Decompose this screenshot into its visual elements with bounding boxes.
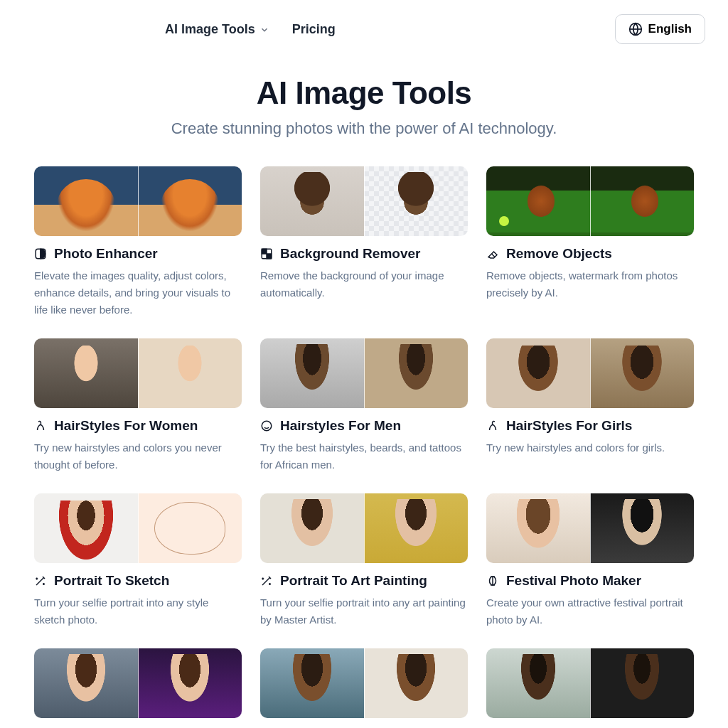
- hair-icon: [34, 419, 47, 432]
- card-thumbnail: [34, 338, 242, 408]
- card-thumbnail: [486, 166, 694, 236]
- card-title: Hairstyles For Men: [280, 418, 401, 434]
- nav-pricing-label: Pricing: [292, 22, 336, 37]
- card-title: HairStyles For Girls: [506, 418, 632, 434]
- language-label: English: [648, 22, 692, 36]
- card-desc: Elevate the images quality, adjust color…: [34, 267, 242, 318]
- page-title: AI Image Tools: [0, 75, 728, 111]
- wand-icon: [260, 574, 273, 587]
- card-background-remover[interactable]: Background Remover Remove the background…: [260, 166, 468, 318]
- card-desc: Try new hairstyles and colors for girls.: [486, 439, 694, 456]
- card-thumbnail: [486, 493, 694, 563]
- chevron-down-icon: [259, 25, 269, 35]
- card-hairstyles-men[interactable]: Hairstyles For Men Try the best hairstyl…: [260, 338, 468, 473]
- page-subtitle: Create stunning photos with the power of…: [0, 119, 728, 138]
- card-thumbnail: [34, 166, 242, 236]
- card-desc: Turn your selfie portrait into any art p…: [260, 594, 468, 628]
- card-thumbnail: [260, 338, 468, 408]
- card-title: Remove Objects: [506, 246, 612, 262]
- svg-point-6: [262, 421, 272, 431]
- card-thumbnail: [260, 166, 468, 236]
- card-thumbnail: [486, 648, 694, 718]
- card-desc: Try the best hairstyles, beards, and tat…: [260, 439, 468, 473]
- card-desc: Try new hairstyles and colors you never …: [34, 439, 242, 473]
- card-title: Festival Photo Maker: [506, 573, 641, 589]
- globe-icon: [628, 22, 643, 36]
- eraser-icon: [486, 247, 499, 260]
- card-title: Photo Enhancer: [54, 246, 158, 262]
- card-desc: Create your own attractive festival port…: [486, 594, 694, 628]
- card-photo-enhancer[interactable]: Photo Enhancer Elevate the images qualit…: [34, 166, 242, 318]
- card-portrait-to-sketch[interactable]: Portrait To Sketch Turn your selfie port…: [34, 493, 242, 628]
- contrast-icon: [34, 247, 47, 260]
- nav-ai-image-tools-label: AI Image Tools: [165, 22, 255, 37]
- nav-pricing[interactable]: Pricing: [292, 22, 336, 37]
- primary-nav: AI Image Tools Pricing: [165, 22, 336, 37]
- card-partial-3[interactable]: [486, 648, 694, 718]
- card-festival-photo-maker[interactable]: Festival Photo Maker Create your own att…: [486, 493, 694, 628]
- card-thumbnail: [260, 493, 468, 563]
- card-hairstyles-girls[interactable]: HairStyles For Girls Try new hairstyles …: [486, 338, 694, 473]
- lantern-icon: [486, 574, 499, 587]
- card-desc: Remove objects, watermark from photos pr…: [486, 267, 694, 301]
- card-partial-1[interactable]: [34, 648, 242, 718]
- wand-icon: [34, 574, 47, 587]
- top-navbar: AI Image Tools Pricing English: [0, 0, 728, 58]
- card-title: Background Remover: [280, 246, 420, 262]
- card-thumbnail: [34, 648, 242, 718]
- checker-icon: [260, 247, 273, 260]
- card-desc: Turn your selfie portrait into any style…: [34, 594, 242, 628]
- svg-rect-5: [267, 254, 272, 259]
- nav-ai-image-tools[interactable]: AI Image Tools: [165, 22, 269, 37]
- card-thumbnail: [260, 648, 468, 718]
- card-title: Portrait To Sketch: [54, 573, 169, 589]
- hair-icon: [486, 419, 499, 432]
- card-title: Portrait To Art Painting: [280, 573, 427, 589]
- card-thumbnail: [34, 493, 242, 563]
- card-desc: Remove the background of your image auto…: [260, 267, 468, 301]
- face-icon: [260, 419, 273, 432]
- hero-section: AI Image Tools Create stunning photos wi…: [0, 58, 728, 166]
- card-portrait-to-art[interactable]: Portrait To Art Painting Turn your selfi…: [260, 493, 468, 628]
- card-hairstyles-women[interactable]: HairStyles For Women Try new hairstyles …: [34, 338, 242, 473]
- card-title: HairStyles For Women: [54, 418, 198, 434]
- svg-rect-4: [262, 249, 267, 254]
- card-remove-objects[interactable]: Remove Objects Remove objects, watermark…: [486, 166, 694, 318]
- language-selector[interactable]: English: [615, 14, 705, 44]
- card-thumbnail: [486, 338, 694, 408]
- card-partial-2[interactable]: [260, 648, 468, 718]
- tool-grid: Photo Enhancer Elevate the images qualit…: [0, 166, 728, 728]
